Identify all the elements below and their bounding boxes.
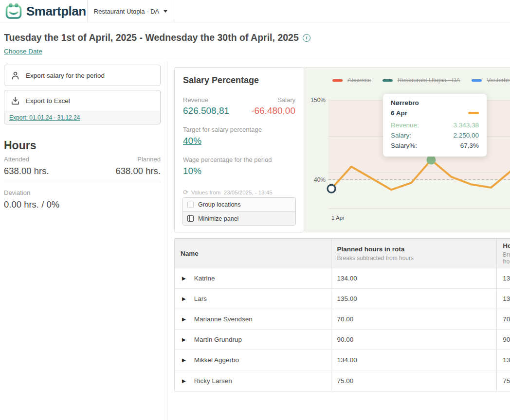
export-range-strip: Export: 01.01.24 - 31.12.24 [4, 111, 161, 124]
employee-name: Lars [194, 295, 207, 302]
group-locations-toggle[interactable]: Group locations [183, 198, 295, 211]
tooltip-pct-label: Salary%: [391, 140, 417, 151]
salary-panel-title: Salary Percentage [183, 75, 295, 86]
planned-hours-cell: 135.00 [331, 289, 497, 309]
col-name-header: Name [181, 250, 325, 257]
salary-label: Salary [277, 96, 295, 104]
deviation-value: 0.00 hrs. / 0% [4, 199, 59, 210]
tooltip-salary-label: Salary: [391, 130, 411, 140]
col-attended-subheader: Breaks subtracted from hours [503, 251, 510, 265]
choose-date-link[interactable]: Choose Date [4, 48, 42, 55]
employee-name: Mikkel Aggerbo [194, 356, 239, 364]
attended-hours-cell: 70.00 [496, 309, 510, 329]
download-icon [11, 97, 19, 105]
deviation-label: Deviation [4, 189, 30, 196]
table-row[interactable]: ▶ Lars 135.00 135.00 [175, 289, 510, 309]
wage-label: Wage percentage for the period [183, 156, 295, 163]
wage-value: 10% [183, 166, 295, 176]
group-locations-label: Group locations [198, 201, 241, 208]
location-selector[interactable]: Restaurant Utopia - DA [87, 0, 174, 22]
revenue-value: 626.508,81 [183, 105, 229, 116]
minimize-panel-label: Minimize panel [198, 215, 238, 222]
info-icon[interactable]: i [303, 34, 310, 42]
revenue-label: Revenue [183, 96, 208, 104]
legend-dash [332, 79, 343, 82]
panel-options: Group locations Minimize panel [182, 197, 296, 226]
minimize-panel-button[interactable]: Minimize panel [183, 211, 295, 225]
attended-hours-cell: 90.00 [496, 330, 510, 350]
salary-percentage-panel: Salary Percentage Revenue Salary 626.508… [174, 67, 304, 232]
planned-hours-cell: 134.00 [331, 268, 497, 288]
target-label: Target for salary percentage [183, 126, 295, 133]
table-row[interactable]: ▶ Martin Grundrup 90.00 90.00 [175, 330, 510, 350]
smartplan-logo: Smartplan [5, 2, 86, 20]
expand-row-icon[interactable]: ▶ [182, 276, 186, 281]
employee-name: Marianne Svendsen [194, 315, 253, 323]
employee-name: Katrine [194, 275, 215, 282]
location-selector-label: Restaurant Utopia - DA [94, 8, 159, 15]
tooltip-pct-value: 67,3% [460, 140, 479, 151]
table-row[interactable]: ▶ Mikkel Aggerbo 134.00 134.00 [175, 350, 510, 370]
selected-point-marker[interactable] [328, 185, 335, 192]
legend-item-restaurant-utopia-da[interactable]: Restaurant Utopia - DA [382, 77, 460, 84]
target-percentage-link[interactable]: 40% [183, 136, 201, 146]
legend-item-vesterbro[interactable]: Vesterbro [472, 77, 510, 84]
employee-name: Ricky Larsen [194, 377, 232, 385]
chevron-down-icon [164, 10, 167, 13]
salary-percentage-chart: 150% 40% 1 Apr AbsenceRestaurant Utopia … [304, 67, 510, 232]
legend-item-absence[interactable]: Absence [332, 77, 371, 84]
export-excel-button[interactable]: Export to Excel [4, 90, 161, 111]
expand-row-icon[interactable]: ▶ [182, 296, 186, 301]
col-attended-header: Hours attended [503, 242, 510, 249]
hovered-point-marker[interactable] [427, 155, 436, 164]
expand-row-icon[interactable]: ▶ [182, 378, 186, 384]
chart-legend: AbsenceRestaurant Utopia - DAVesterbroNø… [332, 77, 510, 84]
planned-value: 638.00 hrs. [115, 166, 161, 176]
salary-value: -66.480,00 [251, 105, 295, 116]
legend-dash [382, 79, 393, 82]
app-header: Smartplan Restaurant Utopia - DA [0, 0, 510, 22]
export-salary-button[interactable]: Export salary for the period [4, 65, 161, 86]
table-row[interactable]: ▶ Katrine 134.00 134.00 [175, 268, 510, 289]
planned-hours-cell: 70.00 [331, 309, 497, 329]
export-range-link[interactable]: Export: 01.01.24 - 31.12.24 [9, 114, 80, 121]
brand-name: Smartplan [26, 4, 86, 19]
col-planned-subheader: Breaks subtracted from hours [337, 255, 491, 262]
export-salary-label: Export salary for the period [26, 72, 105, 79]
tooltip-revenue-value: 3.343,38 [453, 120, 479, 130]
refresh-icon: ⟳ [183, 189, 188, 196]
ytick-40: 40% [314, 176, 326, 183]
planned-hours-cell: 134.00 [331, 350, 497, 370]
tooltip-series-dash [468, 112, 479, 114]
attended-hours-cell: 134.00 [496, 268, 510, 288]
tooltip-location: Nørrebro [391, 99, 479, 106]
legend-label: Restaurant Utopia - DA [398, 77, 460, 84]
legend-label: Absence [347, 77, 371, 84]
xtick-1apr: 1 Apr [331, 215, 345, 221]
expand-row-icon[interactable]: ▶ [182, 357, 186, 363]
expand-row-icon[interactable]: ▶ [182, 337, 186, 342]
period-title-text: Tuesday the 1st of April, 2025 - Wednesd… [4, 32, 299, 43]
chart-tooltip: Nørrebro 6 Apr Revenue: 3.343,38 Salary:… [383, 94, 487, 157]
smartplan-calendar-icon [5, 2, 22, 20]
legend-dash [472, 79, 482, 82]
person-icon [11, 71, 19, 80]
divider [0, 61, 510, 61]
expand-row-icon[interactable]: ▶ [182, 316, 186, 322]
table-row[interactable]: ▶ Ricky Larsen 75.00 75.00 [175, 370, 510, 391]
col-planned-header: Planned hours in rota [337, 245, 491, 253]
ytick-150: 150% [310, 97, 326, 104]
employee-name: Martin Grundrup [194, 336, 242, 343]
values-from-text: Values from 23/05/2025, - 13:45 [191, 190, 273, 195]
tooltip-date: 6 Apr [391, 109, 407, 117]
attended-value: 638.00 hrs. [4, 166, 49, 176]
sidebar-divider [167, 61, 167, 420]
attended-hours-cell: 134.00 [496, 350, 510, 370]
period-title: Tuesday the 1st of April, 2025 - Wednesd… [4, 32, 310, 43]
employee-hours-table: Name Planned hours in rota Breaks subtra… [174, 238, 510, 391]
table-row[interactable]: ▶ Marianne Svendsen 70.00 70.00 [175, 309, 510, 330]
planned-label: Planned [137, 156, 161, 163]
minimize-panel-icon [187, 215, 194, 222]
planned-hours-cell: 90.00 [331, 330, 497, 350]
group-locations-checkbox[interactable] [187, 202, 194, 208]
